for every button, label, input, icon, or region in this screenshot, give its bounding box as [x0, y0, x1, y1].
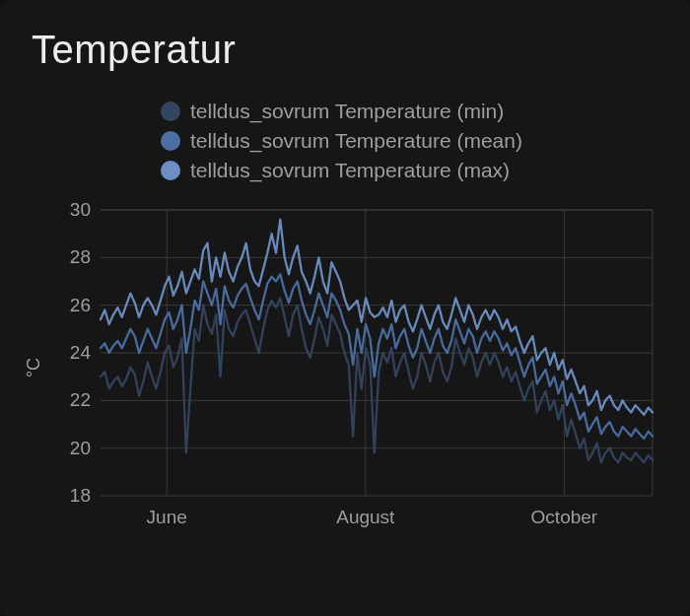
- legend-label: telldus_sovrum Temperature (max): [190, 159, 510, 182]
- svg-text:26: 26: [70, 295, 91, 315]
- chart-area: °C 18202224262830JuneAugustOctober: [32, 200, 662, 535]
- line-chart: 18202224262830JuneAugustOctober: [32, 200, 662, 535]
- svg-text:22: 22: [70, 389, 91, 410]
- svg-text:24: 24: [70, 342, 92, 363]
- y-axis-label: °C: [24, 358, 44, 377]
- legend-dot-icon: [161, 102, 180, 121]
- svg-text:30: 30: [70, 200, 91, 220]
- legend-item-max[interactable]: telldus_sovrum Temperature (max): [161, 159, 510, 182]
- svg-text:20: 20: [70, 438, 91, 458]
- legend-item-mean[interactable]: telldus_sovrum Temperature (mean): [161, 129, 522, 153]
- legend-item-min[interactable]: telldus_sovrum Temperature (min): [161, 100, 504, 123]
- svg-text:18: 18: [70, 485, 91, 506]
- svg-text:June: June: [147, 507, 187, 527]
- svg-text:August: August: [336, 507, 395, 527]
- legend-dot-icon: [161, 161, 180, 180]
- legend-label: telldus_sovrum Temperature (mean): [190, 129, 522, 153]
- card-title: Temperatur: [32, 28, 662, 72]
- legend-label: telldus_sovrum Temperature (min): [190, 100, 504, 123]
- svg-text:28: 28: [70, 246, 91, 267]
- legend-dot-icon: [161, 131, 180, 151]
- legend: telldus_sovrum Temperature (min) telldus…: [161, 100, 662, 182]
- chart-card: Temperatur telldus_sovrum Temperature (m…: [0, 0, 690, 616]
- svg-text:October: October: [531, 507, 598, 527]
